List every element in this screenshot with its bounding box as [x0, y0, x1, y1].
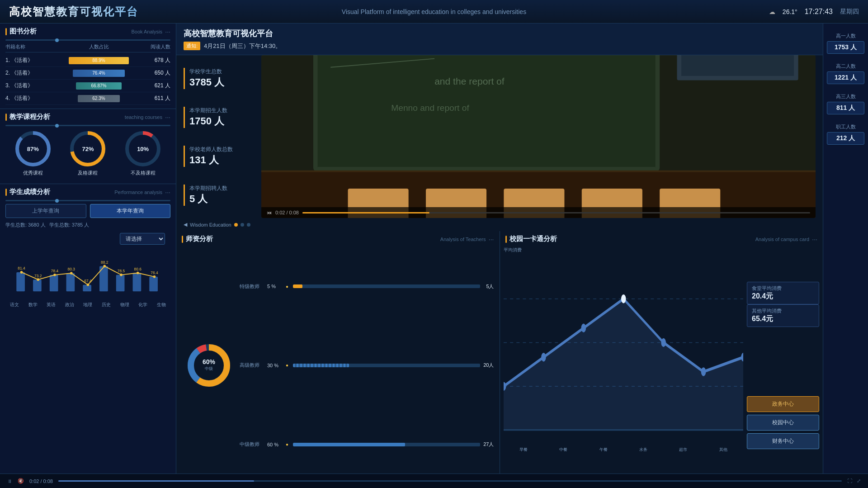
campus-btn[interactable]: 校园中心: [747, 415, 819, 431]
center-video-container: 学校学生总数 3785 人 本学期招生人数 1750 人 学校老师人数总数 13…: [176, 55, 823, 218]
curr-stat: 学生总数: 3785 人: [49, 222, 90, 228]
teacher-stat-row: 特级教师 5 % ● 5人: [240, 283, 494, 290]
campus-x-label: 早餐: [519, 447, 528, 453]
stat-value: 3785 人: [189, 76, 256, 89]
fullscreen-icon[interactable]: ⤢: [857, 478, 861, 484]
teacher-bar-mini: [293, 364, 480, 367]
subject-label: 物理: [120, 302, 129, 308]
video-progress-bar[interactable]: [302, 212, 810, 213]
donut-label: 及格课程: [78, 170, 98, 176]
donut-canvas: 10%: [125, 131, 161, 167]
campus-stat: 食堂平均消费 20.4元: [747, 282, 819, 304]
center-stat-block: 学校老师人数总数 131 人: [184, 146, 256, 167]
perf-chart-svg: 81.473.278.480.367.488.278.580.676.4: [5, 249, 170, 300]
teacher-stat-label: 特级教师: [240, 283, 264, 290]
teacher-count: 20人: [483, 362, 494, 369]
col-count: 阅读人数: [139, 43, 170, 50]
svg-text:76.4: 76.4: [151, 270, 158, 275]
classroom-svg: H-RS and the report of Menno and report …: [261, 55, 816, 218]
book-name: 3. 《活着》: [5, 82, 59, 90]
campus-btn[interactable]: 财务中心: [747, 433, 819, 449]
teacher-stat-pct: 5 %: [267, 284, 283, 289]
teacher-stat-label: 中级教师: [240, 441, 264, 448]
campus-title: 校园一卡通分析: [505, 235, 557, 243]
left-panel: 图书分析 Book Analysis ··· 书籍名称 人数占比 阅读人数 1.…: [0, 24, 176, 488]
campus-stat-value: 65.4元: [752, 314, 814, 324]
prev-year-btn[interactable]: 上学年查询: [5, 204, 86, 218]
campus-btn[interactable]: 政务中心: [747, 396, 819, 412]
teacher-donut-svg: 60% 中级: [184, 341, 234, 390]
teacher-header: 师资分析 Analysis of Teachers ···: [176, 231, 500, 245]
top-bar: 高校智慧教育可视化平台 Visual Platform of intellige…: [0, 0, 868, 24]
donut-canvas: 87%: [15, 131, 51, 167]
teacher-title: 师资分析: [182, 235, 213, 243]
carousel-dot-1[interactable]: [234, 223, 238, 227]
stats-left: 学校学生总数 3785 人 本学期招生人数 1750 人 学校老师人数总数 13…: [184, 55, 256, 218]
weather-icon: ☁: [769, 8, 775, 15]
sidebar-stat-value: 1753 人: [827, 41, 864, 54]
curr-year-btn[interactable]: 本学年查询: [90, 204, 171, 218]
expand-icon[interactable]: ⛶: [847, 478, 852, 484]
perf-query-row: 上学年查询 本学年查询: [0, 202, 176, 220]
perf-dots: ···: [165, 189, 170, 196]
campus-stats: 食堂平均消费 20.4元 其他平均消费 65.4元: [747, 282, 819, 327]
svg-point-15: [20, 271, 23, 274]
book-table: 书籍名称 人数占比 阅读人数 1. 《活着》 88.9% 678 人 2. 《活…: [0, 42, 176, 105]
perf-title: 学生成绩分析: [5, 188, 50, 196]
campus-avg-label: 平均消费: [504, 247, 744, 253]
play-pause-icon[interactable]: ⏮: [267, 210, 272, 215]
campus-stat: 其他平均消费 65.4元: [747, 304, 819, 327]
subject-label: 数学: [28, 302, 38, 308]
svg-point-27: [120, 274, 123, 276]
svg-rect-35: [318, 55, 656, 167]
book-count: 650 人: [139, 69, 170, 77]
bottom-sections: 师资分析 Analysis of Teachers ··· 60% 中级: [176, 231, 823, 488]
sidebar-stat: 高三人数 811 人: [827, 93, 864, 114]
pause-btn[interactable]: ⏸: [7, 479, 12, 484]
svg-text:60%: 60%: [203, 358, 216, 365]
book-bar: 66.87%: [76, 82, 121, 90]
campus-stat-label: 其他平均消费: [752, 308, 814, 314]
teacher-stat-row: 中级教师 60 % ● 27人: [240, 441, 494, 448]
book-table-header: 书籍名称 人数占比 阅读人数: [5, 42, 170, 52]
carousel-dot-2[interactable]: [241, 223, 244, 227]
book-rows: 1. 《活着》 88.9% 678 人 2. 《活着》 76.4% 650 人 …: [5, 54, 170, 105]
teacher-title-en: Analysis of Teachers: [440, 237, 486, 242]
subtitle: Visual Platform of intelligent education…: [342, 8, 526, 15]
svg-text:73.2: 73.2: [34, 274, 42, 278]
teacher-dot-icon: ●: [286, 442, 288, 447]
campus-x-label: 午餐: [599, 447, 608, 453]
teacher-dot-icon: ●: [286, 363, 288, 368]
subject-label: 政治: [65, 302, 74, 308]
courses-donut-row: 87% 优秀课程 72% 及格课程 10% 不及格课程: [0, 127, 176, 180]
stat-value: 1750 人: [189, 114, 256, 128]
campus-dots: ···: [812, 236, 817, 243]
svg-point-21: [70, 272, 73, 275]
svg-text:78.4: 78.4: [51, 269, 59, 273]
video-frame: H-RS and the report of Menno and report …: [261, 55, 816, 218]
bottom-progress[interactable]: [58, 480, 842, 482]
temperature: 26.1°: [783, 8, 797, 15]
book-row: 2. 《活着》 76.4% 650 人: [5, 67, 170, 80]
svg-text:Menno and report of: Menno and report of: [391, 103, 469, 113]
carousel-prev-icon[interactable]: ◀: [184, 222, 187, 227]
teacher-donut-area: 60% 中级: [182, 247, 236, 484]
mute-btn[interactable]: 🔇: [18, 478, 24, 484]
svg-point-78: [701, 367, 706, 376]
campus-chart: 平均消费: [504, 247, 744, 484]
center-panel: 高校智慧教育可视化平台 通知: 4月21日（周三）下午14:30。 学校学生总数…: [176, 24, 823, 488]
book-name: 4. 《活着》: [5, 95, 59, 102]
prev-stat: 学生总数: 3680 人: [5, 222, 46, 228]
book-bar: 88.9%: [69, 57, 129, 64]
svg-rect-13: [133, 273, 142, 291]
carousel-dot-3[interactable]: [247, 223, 250, 227]
svg-text:81.4: 81.4: [18, 266, 25, 270]
stat-label: 本学期招聘人数: [189, 185, 256, 192]
subject-select[interactable]: 请选择: [120, 233, 165, 245]
center-top: 高校智慧教育可视化平台 通知: 4月21日（周三）下午14:30。: [176, 24, 823, 55]
svg-rect-14: [149, 277, 158, 292]
campus-stat-label: 食堂平均消费: [752, 285, 814, 292]
sidebar-stat-label: 高三人数: [827, 93, 864, 100]
campus-x-label: 其他: [719, 447, 727, 453]
donut-pct: 72%: [82, 146, 94, 152]
